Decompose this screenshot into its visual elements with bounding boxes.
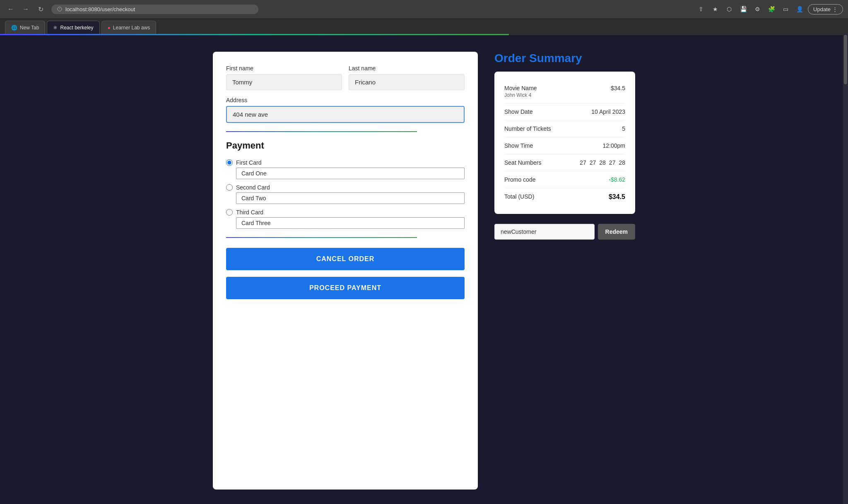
movie-name: John Wick 4 <box>504 92 537 98</box>
summary-card: Movie Name John Wick 4 $34.5 Show Date 1… <box>494 72 635 214</box>
card-option-2: Second Card Card Two <box>226 184 465 204</box>
reload-button[interactable]: ↻ <box>35 3 46 15</box>
browser-top-bar: ← → ↻ localhost:8080/user/checkout ⇧ ★ ⬡… <box>0 0 848 18</box>
divider-2 <box>226 237 417 238</box>
first-card-text: First Card <box>236 159 261 166</box>
last-name-label: Last name <box>349 65 465 72</box>
seat-1: 27 <box>580 159 586 166</box>
promo-row: Promo code -$8.62 <box>504 171 625 188</box>
seat-2: 27 <box>590 159 596 166</box>
new-tab-label: New Tab <box>20 25 39 31</box>
movie-info: Movie Name John Wick 4 <box>504 85 537 98</box>
back-button[interactable]: ← <box>5 3 17 15</box>
update-label: Update <box>813 6 831 12</box>
learner-tab-label: Learner Lab aws <box>113 25 150 31</box>
first-name-group: First name <box>226 65 342 90</box>
extensions-button[interactable]: ⬡ <box>723 3 735 15</box>
promo-label: Promo code <box>504 176 535 183</box>
card-three-display: Card Three <box>236 217 465 229</box>
settings-button[interactable]: ⚙ <box>752 3 763 15</box>
seat-numbers-list: 27 27 28 27 28 <box>580 159 625 166</box>
show-date-value: 10 April 2023 <box>591 108 625 115</box>
seat-numbers-label: Seat Numbers <box>504 159 541 166</box>
checkout-form: First name Last name Address Payment Fir… <box>213 52 478 490</box>
redeem-button[interactable]: Redeem <box>598 224 635 240</box>
movie-label: Movie Name <box>504 85 537 91</box>
name-row: First name Last name <box>226 65 465 90</box>
url-text: localhost:8080/user/checkout <box>65 6 135 12</box>
order-summary-section: Order Summary Movie Name John Wick 4 $34… <box>494 52 635 490</box>
tab-new[interactable]: 🌐 New Tab <box>5 21 45 34</box>
show-time-row: Show Time 12:00pm <box>504 137 625 154</box>
tickets-label: Number of Tickets <box>504 125 551 132</box>
profile-button[interactable]: 👤 <box>794 3 805 15</box>
card-option-1: First Card Card One <box>226 159 465 179</box>
react-tab-label: React berkeley <box>60 25 93 31</box>
scrollbar-track <box>843 33 848 504</box>
share-button[interactable]: ⇧ <box>695 3 707 15</box>
first-card-label[interactable]: First Card <box>226 159 465 166</box>
address-label: Address <box>226 97 465 103</box>
second-card-label[interactable]: Second Card <box>226 184 465 191</box>
show-date-row: Show Date 10 April 2023 <box>504 103 625 120</box>
payment-options: First Card Card One Second Card Card Two… <box>226 159 465 229</box>
card-option-3: Third Card Card Three <box>226 209 465 229</box>
seat-3: 28 <box>599 159 606 166</box>
show-date-label: Show Date <box>504 108 532 115</box>
movie-price: $34.5 <box>611 85 625 91</box>
downloads-button[interactable]: 💾 <box>737 3 749 15</box>
promo-input-row: Redeem <box>494 224 635 240</box>
seat-5: 28 <box>619 159 625 166</box>
form-actions: CANCEL ORDER PROCEED PAYMENT <box>226 248 465 299</box>
address-input[interactable] <box>226 106 465 123</box>
total-row: Total (USD) $34.5 <box>504 188 625 206</box>
tab-react-berkeley[interactable]: ⚛ React berkeley <box>47 21 99 34</box>
payment-title: Payment <box>226 140 465 151</box>
last-name-input[interactable] <box>349 74 465 90</box>
second-card-radio[interactable] <box>226 184 233 191</box>
show-time-label: Show Time <box>504 142 533 149</box>
seat-4: 27 <box>609 159 616 166</box>
bookmark-button[interactable]: ★ <box>709 3 721 15</box>
movie-row: Movie Name John Wick 4 $34.5 <box>504 80 625 103</box>
address-bar[interactable]: localhost:8080/user/checkout <box>51 5 258 14</box>
proceed-payment-button[interactable]: PROCEED PAYMENT <box>226 277 465 299</box>
nav-buttons: ← → ↻ <box>5 3 46 15</box>
total-value: $34.5 <box>609 193 625 201</box>
new-tab-icon: 🌐 <box>11 25 17 31</box>
second-card-text: Second Card <box>236 184 270 191</box>
browser-actions: ⇧ ★ ⬡ 💾 ⚙ 🧩 ▭ 👤 Update ⋮ <box>695 3 843 15</box>
first-card-radio[interactable] <box>226 159 233 166</box>
card-one-display: Card One <box>236 168 465 179</box>
update-chevron: ⋮ <box>832 6 838 12</box>
first-name-label: First name <box>226 65 342 72</box>
show-time-value: 12:00pm <box>603 142 625 149</box>
promo-code-input[interactable] <box>494 224 595 240</box>
learner-tab-icon: ● <box>108 25 111 31</box>
browser-chrome: ← → ↻ localhost:8080/user/checkout ⇧ ★ ⬡… <box>0 0 848 35</box>
tab-learner-lab[interactable]: ● Learner Lab aws <box>101 21 157 34</box>
order-summary-title: Order Summary <box>494 52 635 65</box>
puzzle-button[interactable]: 🧩 <box>766 3 777 15</box>
browser-tabs: 🌐 New Tab ⚛ React berkeley ● Learner Lab… <box>0 18 848 34</box>
cancel-order-button[interactable]: CANCEL ORDER <box>226 248 465 270</box>
tickets-row: Number of Tickets 5 <box>504 120 625 137</box>
third-card-label[interactable]: Third Card <box>226 209 465 216</box>
page-content: First name Last name Address Payment Fir… <box>0 35 848 504</box>
total-label: Total (USD) <box>504 193 534 200</box>
forward-button[interactable]: → <box>20 3 31 15</box>
address-group: Address <box>226 97 465 123</box>
cast-button[interactable]: ▭ <box>780 3 791 15</box>
last-name-group: Last name <box>349 65 465 90</box>
third-card-text: Third Card <box>236 209 263 216</box>
card-two-display: Card Two <box>236 192 465 204</box>
seat-numbers-row: Seat Numbers 27 27 28 27 28 <box>504 154 625 171</box>
scrollbar-thumb[interactable] <box>844 35 847 84</box>
react-tab-icon: ⚛ <box>53 25 58 31</box>
divider-1 <box>226 131 417 132</box>
tickets-value: 5 <box>622 125 625 132</box>
update-button[interactable]: Update ⋮ <box>808 4 843 14</box>
third-card-radio[interactable] <box>226 209 233 216</box>
promo-value: -$8.62 <box>609 176 625 183</box>
first-name-input[interactable] <box>226 74 342 90</box>
